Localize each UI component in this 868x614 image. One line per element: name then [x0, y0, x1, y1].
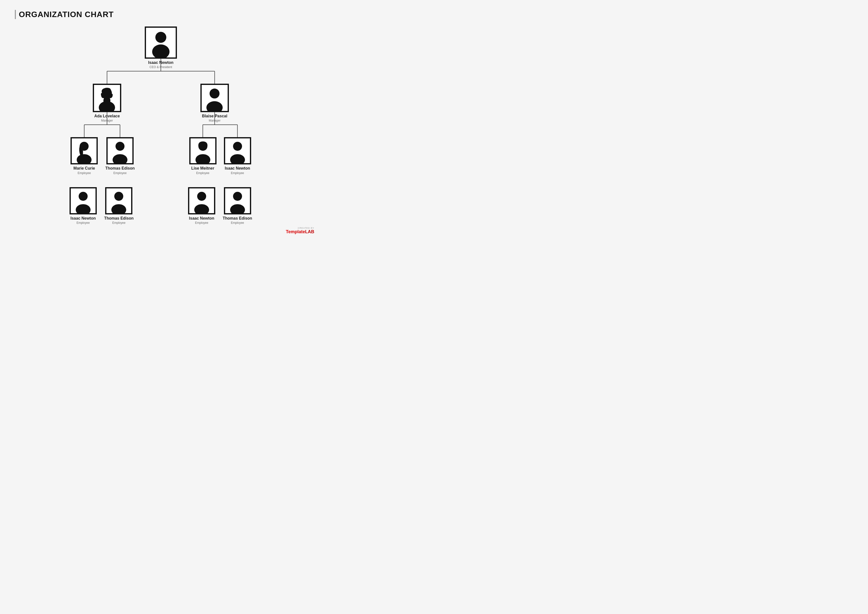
emp-isaac2-photo — [70, 187, 97, 215]
svg-point-25 — [116, 142, 124, 151]
emp-isaac3-name: Isaac Newton — [189, 216, 214, 221]
emp-isaac3-photo — [188, 187, 215, 215]
emp-thomas2-photo — [105, 187, 132, 215]
ceo-photo — [145, 26, 177, 59]
emp-thomas3-name: Thomas Edison — [223, 216, 252, 221]
emp-thomas1-name: Thomas Edison — [105, 166, 135, 171]
node-manager-right[interactable]: Blaise Pascal Manager — [200, 84, 229, 122]
watermark-brand-accent: LAB — [305, 229, 314, 234]
emp-isaac2-title: Employee — [76, 221, 90, 225]
watermark: CREATED BY TemplateLAB — [286, 227, 314, 235]
org-chart: Isaac Newton CEO & President Ada Lovelac… — [15, 26, 307, 225]
node-emp-isaac2[interactable]: Isaac Newton Employee — [70, 187, 97, 225]
svg-point-37 — [114, 192, 123, 201]
node-emp-thomas2[interactable]: Thomas Edison Employee — [104, 187, 133, 225]
node-manager-left[interactable]: Ada Lovelace Manager — [93, 84, 121, 122]
emp-isaac1-photo — [224, 137, 251, 165]
emp-isaac1-name: Isaac Newton — [225, 166, 250, 171]
svg-point-19 — [209, 89, 220, 98]
emp-thomas2-name: Thomas Edison — [104, 216, 133, 221]
emp-thomas1-title: Employee — [113, 171, 126, 175]
emp-thomas2-title: Employee — [112, 221, 126, 225]
emp-thomas3-title: Employee — [231, 221, 244, 225]
emp-thomas3-photo — [224, 187, 251, 215]
emp-marie-photo — [71, 137, 98, 165]
watermark-brand-plain: Template — [286, 229, 305, 234]
emp-isaac1-title: Employee — [231, 171, 244, 175]
manager-right-photo — [200, 84, 229, 112]
manager-right-name: Blaise Pascal — [202, 113, 227, 118]
svg-point-40 — [197, 192, 206, 201]
node-ceo[interactable]: Isaac Newton CEO & President — [145, 26, 177, 69]
svg-point-13 — [155, 32, 166, 43]
page-title: ORGANIZATION CHART — [15, 10, 307, 19]
manager-left-title: Manager — [101, 119, 113, 122]
ceo-title: CEO & President — [149, 65, 172, 69]
emp-isaac3-title: Employee — [195, 221, 208, 225]
manager-left-photo — [93, 84, 121, 112]
svg-point-43 — [233, 192, 242, 201]
manager-left-name: Ada Lovelace — [94, 113, 120, 118]
node-emp-thomas3[interactable]: Thomas Edison Employee — [223, 187, 252, 225]
emp-lise-name: Lise Meitner — [191, 166, 214, 171]
emp-marie-title: Employee — [78, 171, 91, 175]
node-emp-marie[interactable]: Marie Curie Employee — [71, 137, 98, 174]
manager-right-title: Manager — [209, 119, 220, 122]
emp-isaac2-name: Isaac Newton — [71, 216, 96, 221]
node-emp-lise[interactable]: Lise Meitner Employee — [189, 137, 217, 174]
node-emp-isaac3[interactable]: Isaac Newton Employee — [188, 187, 215, 225]
node-emp-thomas1[interactable]: Thomas Edison Employee — [105, 137, 135, 174]
svg-point-31 — [233, 142, 242, 151]
svg-point-34 — [79, 192, 88, 201]
ceo-name: Isaac Newton — [148, 60, 174, 65]
emp-lise-title: Employee — [196, 171, 209, 175]
emp-marie-name: Marie Curie — [73, 166, 95, 171]
watermark-brand: TemplateLAB — [286, 229, 314, 235]
node-emp-isaac1[interactable]: Isaac Newton Employee — [224, 137, 251, 174]
emp-lise-photo — [189, 137, 217, 165]
watermark-created: CREATED BY — [298, 227, 314, 229]
emp-thomas1-photo — [106, 137, 133, 165]
